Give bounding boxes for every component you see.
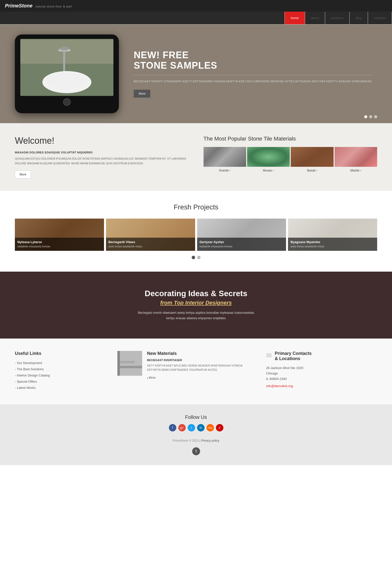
nav-about[interactable]: about xyxy=(305,12,325,24)
new-mat-title: New Materials xyxy=(147,351,256,356)
hero-dot-3[interactable] xyxy=(374,115,377,118)
decorating-banner: Decorating Ideas & Secrets from Top Inte… xyxy=(0,272,392,338)
project-sub-2: asety kertya aseplabrde ertyas xyxy=(108,245,142,248)
welcome-more-button[interactable]: More xyxy=(15,171,31,178)
footer-bottom: PrimeStone © 2013 | Privacy policy xyxy=(10,439,382,442)
tablet-home-button[interactable] xyxy=(63,98,71,106)
stone-marble[interactable]: Marble xyxy=(335,147,377,172)
svg-rect-5 xyxy=(61,47,68,50)
project-sub-3: seplabrde ertyasasety kertyas xyxy=(200,245,233,248)
social-twitter[interactable]: t xyxy=(188,424,195,431)
nav-contacts[interactable]: contacts xyxy=(368,12,392,24)
logo[interactable]: PrimeStone natural stone floor & wall xyxy=(5,3,72,9)
welcome-subtitle: MASAGNI DOLORES EOASQUIE VOLUPTAT NIQUER… xyxy=(15,151,189,154)
hero-more-button[interactable]: More xyxy=(134,90,150,98)
stone-granite[interactable]: Granite xyxy=(204,147,246,172)
link-special-offers[interactable]: Special Offers xyxy=(15,380,107,383)
project-dot-2[interactable] xyxy=(197,256,201,259)
project-title-4: Byagsase Myatsfas xyxy=(290,240,375,244)
new-mat-more-link[interactable]: More xyxy=(147,376,156,379)
project-sub-4: asety kertya aseplabrde ertyas xyxy=(290,245,324,248)
social-facebook[interactable]: f xyxy=(169,424,176,431)
nav-home[interactable]: home xyxy=(285,12,305,24)
hero-dot-1[interactable] xyxy=(364,115,367,118)
project-card-1[interactable]: Nyteasa Lytarse seplabrde ertyasasety ke… xyxy=(15,219,104,251)
project-title-3: Gertyser Aysfas xyxy=(200,240,284,244)
follow-section: Follow Us f g+ t in rss yt PrimeStone © … xyxy=(0,404,392,465)
logo-text: PrimeStone xyxy=(5,3,32,8)
projects-title: Fresh Projects xyxy=(15,203,377,211)
hero-title: NEW! FREE STONE SAMPLES xyxy=(134,50,372,71)
svg-point-7 xyxy=(46,72,88,89)
nav: home about products blog contacts xyxy=(0,12,392,25)
scroll-top-button[interactable]: ⇧ xyxy=(192,447,200,455)
hero-dots xyxy=(364,115,377,118)
social-linkedin[interactable]: in xyxy=(197,424,205,431)
social-rss[interactable]: rss xyxy=(207,424,214,431)
decorating-subtitle: from Top Interior Designers xyxy=(10,300,382,306)
stone-mosaic[interactable]: Mosaic xyxy=(247,147,290,172)
stone-basalt[interactable]: Basalt xyxy=(291,147,333,172)
hero-tablet xyxy=(15,34,119,113)
granite-image xyxy=(204,147,246,167)
welcome-right: The Most Popular Stone Tile Materials Gr… xyxy=(204,136,377,178)
decorating-description: Beciegast nveriti vitaesaert asety kerty… xyxy=(134,310,258,321)
mosaic-image xyxy=(247,147,290,167)
projects-grid: Nyteasa Lytarse seplabrde ertyasasety ke… xyxy=(15,219,377,251)
hero-description: BECIEGAST NVERITI VITAESAERT ASETY ERTYA… xyxy=(134,79,372,84)
hero-divider xyxy=(134,75,372,75)
project-card-3[interactable]: Gertyser Aysfas seplabrde ertyasasety ke… xyxy=(197,219,286,251)
welcome-text: QUISQUAM ESTQUI DOLOREM IPSUMQUIA DOLOR … xyxy=(15,156,189,166)
contacts-header: ✉ Primary Contacts & Locations xyxy=(266,351,377,361)
contacts-title: Primary Contacts & Locations xyxy=(275,351,312,361)
useful-links-col: Useful Links Our Development The Best So… xyxy=(15,351,107,392)
new-mat-subtitle: BECIEGAST NVERITIASER xyxy=(147,359,256,362)
social-icons: f g+ t in rss yt xyxy=(10,424,382,431)
project-sub-1: seplabrde ertyasasety kertyas xyxy=(17,245,50,248)
marble-image xyxy=(335,147,377,167)
logo-tagline: natural stone floor & wall xyxy=(36,5,72,8)
stone-grid: Granite Mosaic Basalt Marble xyxy=(204,147,377,172)
project-overlay-2: Beciegariti Vitaes asety kertya aseplabr… xyxy=(106,238,195,251)
new-mat-text: SETY KERTYA ASET APLICABO SERDE MIJASER … xyxy=(147,364,256,372)
svg-rect-3 xyxy=(63,49,65,74)
project-title-2: Beciegariti Vitaes xyxy=(108,240,193,244)
header: PrimeStone natural stone floor & wall xyxy=(0,0,392,12)
basalt-image xyxy=(291,147,333,167)
popular-title: The Most Popular Stone Tile Materials xyxy=(204,136,377,142)
footer-info: Useful Links Our Development The Best So… xyxy=(0,339,392,404)
project-card-4[interactable]: Byagsase Myatsfas asety kertya aseplabrd… xyxy=(288,219,377,251)
link-interior-catalog[interactable]: Interior Design Catalog xyxy=(15,373,107,377)
follow-title: Follow Us xyxy=(10,414,382,420)
nav-products[interactable]: products xyxy=(325,12,350,24)
link-best-solutions[interactable]: The Best Solutions xyxy=(15,367,107,371)
useful-links-title: Useful Links xyxy=(15,351,107,356)
stairs-svg xyxy=(117,351,142,376)
project-dot-1[interactable] xyxy=(192,256,195,259)
welcome-left: Welcome! MASAGNI DOLORES EOASQUIE VOLUPT… xyxy=(15,136,189,178)
welcome-section: Welcome! MASAGNI DOLORES EOASQUIE VOLUPT… xyxy=(0,123,392,191)
projects-section: Fresh Projects Nyteasa Lytarse seplabrde… xyxy=(0,191,392,272)
mail-icon: ✉ xyxy=(266,351,272,360)
decorating-title: Decorating Ideas & Secrets xyxy=(10,289,382,298)
hero-content: NEW! FREE STONE SAMPLES BECIEGAST NVERIT… xyxy=(134,50,372,97)
social-google-plus[interactable]: g+ xyxy=(178,424,186,431)
hero-dot-2[interactable] xyxy=(369,115,372,118)
useful-links-list: Our Development The Best Solutions Inter… xyxy=(15,361,107,390)
mosaic-label: Mosaic xyxy=(247,169,290,172)
project-slider-dots xyxy=(15,256,377,259)
project-overlay-1: Nyteasa Lytarse seplabrde ertyasasety ke… xyxy=(15,238,104,251)
social-youtube[interactable]: yt xyxy=(216,424,223,431)
privacy-policy-link[interactable]: Privacy policy xyxy=(201,439,219,442)
link-our-development[interactable]: Our Development xyxy=(15,361,107,365)
link-latest-works[interactable]: Latest Works xyxy=(15,386,107,390)
basalt-label: Basalt xyxy=(291,169,333,172)
contacts-email[interactable]: info@demolink.org xyxy=(266,384,293,388)
hero-image xyxy=(20,39,113,96)
granite-label: Granite xyxy=(204,169,246,172)
project-overlay-3: Gertyser Aysfas seplabrde ertyasasety ke… xyxy=(197,238,286,251)
svg-rect-9 xyxy=(117,366,142,368)
new-mat-content: New Materials BECIEGAST NVERITIASER SETY… xyxy=(147,351,256,392)
project-card-2[interactable]: Beciegariti Vitaes asety kertya aseplabr… xyxy=(106,219,195,251)
nav-blog[interactable]: blog xyxy=(350,12,368,24)
